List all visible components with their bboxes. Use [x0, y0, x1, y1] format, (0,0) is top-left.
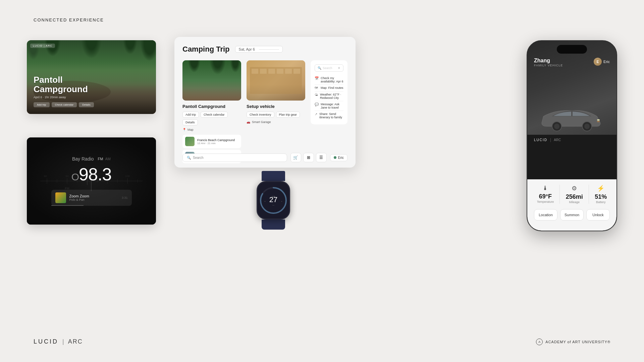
- phone-bottom-section: 🌡 69°F Temperature ⚙ 256mi Mileage ⚡ 51%…: [527, 179, 616, 231]
- toolbar-list-icon[interactable]: ☰: [316, 153, 327, 162]
- nearby-info-1: 12.4mi · 21 min: [197, 142, 235, 145]
- watch-band-top: [262, 171, 285, 181]
- battery-icon: ⚡: [595, 185, 607, 192]
- location-button[interactable]: Location: [534, 209, 557, 221]
- watch-progress-svg: 27 27 -- • •: [258, 185, 288, 216]
- ai-search-panel: 🔍 Search ✕ 📅 Check my availability: Apr …: [311, 60, 347, 154]
- camping-app-title: Camping Trip: [182, 45, 230, 54]
- svg-text:88: 88: [44, 175, 47, 178]
- check-inventory-btn[interactable]: Check inventory: [247, 112, 274, 118]
- stat-divider-2: [589, 185, 589, 204]
- campground-card-title: Pantoll Campground: [182, 104, 241, 109]
- phone-car-image: [527, 41, 616, 135]
- campground-calendar-btn[interactable]: Check calendar: [52, 102, 77, 107]
- thermometer-icon: 🌡: [537, 185, 554, 192]
- page-title: CONNECTED EXPERIENCE: [34, 17, 104, 22]
- svg-text:•: •: [281, 200, 282, 203]
- svg-rect-20: [260, 69, 267, 74]
- phone-lucid-logo: LUCID: [534, 138, 547, 142]
- camp-map-link[interactable]: 📍 Map: [182, 128, 241, 131]
- setup-vehicle-photo: [247, 60, 305, 101]
- phone-battery-value: 51%: [595, 193, 607, 200]
- svg-rect-22: [277, 69, 283, 74]
- svg-text:--: --: [272, 203, 274, 207]
- phone-stats: 🌡 69°F Temperature ⚙ 256mi Mileage ⚡ 51%…: [534, 179, 610, 208]
- radio-frequency: O98.3: [71, 164, 112, 184]
- nearby-thumb-1: [185, 137, 195, 146]
- phone-stat-battery: ⚡ 51% Battery: [595, 185, 607, 204]
- phone-stat-mileage: ⚙ 256mi Mileage: [566, 185, 583, 204]
- footer-arc-logo: ARC: [68, 338, 83, 345]
- svg-text:94: 94: [66, 175, 69, 178]
- radio-duration: 3:31: [122, 196, 128, 199]
- watch-container: 27 27 -- • •: [253, 171, 293, 225]
- nearby-item-1: Francis Beach Campground 12.4mi · 21 min: [182, 135, 241, 148]
- radio-am-label: AM: [105, 157, 111, 161]
- radio-song-title: Zoom Zoom: [69, 194, 118, 198]
- ai-search-input[interactable]: 🔍 Search ✕: [315, 64, 343, 72]
- tablet-radio: 88 94 98 104 108 FM Bay Radio FM AM O98.…: [27, 137, 156, 225]
- stat-divider-1: [559, 185, 560, 204]
- phone-header: Zhang FAMILY VEHICLE E Eric: [527, 58, 616, 67]
- phone-mileage-value: 256mi: [566, 193, 583, 200]
- avatar-circle: E: [594, 58, 602, 66]
- phone-action-buttons: Location Summon Unlock: [534, 208, 610, 221]
- phone-notch: [557, 45, 587, 54]
- plan-trip-gear-btn[interactable]: Plan trip gear: [276, 112, 300, 118]
- user-status-dot: [334, 156, 336, 159]
- smart-garage-link[interactable]: 🚗 Smart Garage: [247, 120, 305, 124]
- svg-text:•: •: [265, 200, 266, 203]
- campground-details-btn[interactable]: Details: [79, 102, 94, 107]
- camping-search-bar[interactable]: 🔍 Search: [182, 154, 287, 162]
- phone-stat-temp: 🌡 69°F Temperature: [537, 185, 554, 204]
- ai-suggestion-2: 🗺 Map: Find routes: [315, 85, 343, 92]
- watch-band-bottom: [262, 220, 285, 230]
- phone-user-avatar: E Eric: [594, 58, 610, 66]
- phone-container: Zhang FAMILY VEHICLE E Eric LUCID | ARC …: [527, 40, 617, 231]
- svg-point-34: [554, 124, 559, 129]
- footer-lucid-logo: LUCID: [34, 338, 58, 345]
- svg-text:108: 108: [125, 175, 130, 178]
- user-badge[interactable]: Eric: [330, 154, 347, 161]
- camp-details-btn[interactable]: Details: [182, 119, 198, 125]
- footer-divider: |: [62, 338, 64, 345]
- summon-button[interactable]: Summon: [560, 209, 584, 221]
- car-silhouette-svg: [535, 105, 609, 131]
- svg-rect-38: [597, 121, 600, 122]
- setup-vehicle-title: Setup vehicle: [247, 104, 305, 109]
- nearby-name-1: Francis Beach Campground: [197, 138, 235, 142]
- footer-left: LUCID | ARC: [34, 338, 83, 345]
- watch-body: 27 27 -- • •: [257, 181, 290, 220]
- phone-battery-label: Battery: [595, 200, 607, 204]
- phone-body: Zhang FAMILY VEHICLE E Eric LUCID | ARC …: [527, 40, 617, 231]
- svg-rect-23: [285, 69, 292, 74]
- toolbar-grid-icon[interactable]: ⊞: [303, 153, 314, 162]
- footer-right: A ACADEMY of ART UNIVERSITY®: [536, 339, 610, 345]
- radio-song-artist: Polo & Pan: [69, 198, 118, 201]
- academy-text: ACADEMY of ART UNIVERSITY®: [545, 340, 610, 344]
- campground-add-trip-btn[interactable]: Add trip: [34, 102, 50, 107]
- campground-subtitle: April 6 · 1hr 20min away: [34, 96, 149, 99]
- phone-mileage-label: Mileage: [566, 200, 583, 204]
- unlock-button[interactable]: Unlock: [586, 209, 610, 221]
- svg-rect-19: [252, 69, 258, 74]
- tablet-campground: LUCID | ARC Pantoll Campground April 6 ·…: [27, 40, 156, 114]
- radio-album-art: [55, 192, 66, 203]
- ai-suggestion-1: 📅 Check my availability: Apr 6: [315, 75, 343, 85]
- svg-rect-37: [597, 119, 600, 121]
- camping-date-badge: Sat, Apr 6: [235, 46, 283, 53]
- campground-photo: [182, 60, 241, 101]
- svg-rect-21: [268, 69, 275, 74]
- camping-bottom-bar: 🔍 Search 🛒 ⊞ ☰ Eric: [182, 153, 347, 162]
- camp-add-trip-btn[interactable]: Add trip: [182, 112, 199, 118]
- ai-suggestion-5: ↗ Share: Send itinerary to family: [315, 111, 343, 120]
- phone-vehicle-type: FAMILY VEHICLE: [534, 64, 563, 67]
- radio-fm-label: FM: [98, 157, 103, 161]
- campground-title: Pantoll Campground: [34, 75, 149, 94]
- tablet-lucid-arc-logo: LUCID | ARC: [30, 44, 55, 48]
- camp-calendar-btn[interactable]: Check calendar: [201, 112, 228, 118]
- svg-point-36: [584, 124, 590, 129]
- svg-rect-24: [293, 69, 300, 74]
- toolbar-cart-icon[interactable]: 🛒: [290, 153, 301, 162]
- radio-now-playing: Zoom Zoom Polo & Pan 3:31: [51, 190, 132, 206]
